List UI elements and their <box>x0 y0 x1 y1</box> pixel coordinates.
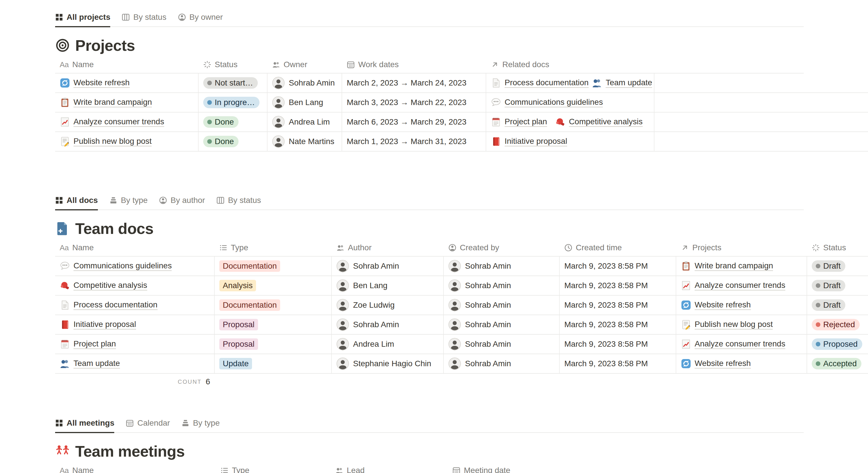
status-pill[interactable]: Proposed <box>812 338 862 350</box>
status-pill[interactable]: Done <box>203 116 239 128</box>
status-pill[interactable]: In progre… <box>203 97 259 108</box>
tab-all-projects[interactable]: All projects <box>55 8 110 27</box>
status-pill[interactable]: Draft <box>812 299 845 311</box>
related-docs-cell[interactable]: Communications guidelines <box>486 93 654 112</box>
related-docs-cell[interactable]: Initiative proposal <box>486 132 654 151</box>
status-pill[interactable]: Draft <box>812 280 845 291</box>
page-link[interactable]: Publish new blog post <box>681 319 773 330</box>
owner-cell[interactable]: Ben Lang <box>268 93 342 112</box>
person-cell[interactable]: Sohrab Amin <box>448 260 511 272</box>
page-link[interactable]: Team update <box>60 358 120 369</box>
page-link[interactable]: Website refresh <box>681 358 751 369</box>
page-link[interactable]: Initiative proposal <box>60 319 136 330</box>
person-cell[interactable]: Nate Martins <box>272 135 334 148</box>
tab-by-status[interactable]: By status <box>216 191 261 209</box>
page-link[interactable]: Communications guidelines <box>491 97 603 107</box>
projects-cell[interactable]: Write brand campaign <box>676 257 807 276</box>
status-pill[interactable]: Accepted <box>812 358 861 369</box>
page-link[interactable]: Initiative proposal <box>491 136 567 147</box>
tab-by-status[interactable]: By status <box>122 8 166 26</box>
person-cell[interactable]: Sohrab Amin <box>336 260 399 272</box>
page-link[interactable]: Website refresh <box>681 300 751 310</box>
created-by-cell[interactable]: Sohrab Amin <box>444 257 560 276</box>
type-cell[interactable]: Analysis <box>215 276 332 295</box>
column-header-work-dates[interactable]: Work dates <box>342 56 486 73</box>
name-cell[interactable]: Competitive analysis <box>55 276 215 295</box>
owner-cell[interactable]: Sohrab Amin <box>268 73 342 92</box>
created-by-cell[interactable]: Sohrab Amin <box>444 335 560 354</box>
type-tag[interactable]: Documentation <box>219 260 280 272</box>
column-header-projects[interactable]: Projects <box>676 240 807 256</box>
created-by-cell[interactable]: Sohrab Amin <box>444 296 560 315</box>
page-link[interactable]: Team update <box>592 78 649 88</box>
person-cell[interactable]: Sohrab Amin <box>448 318 511 331</box>
created-by-cell[interactable]: Sohrab Amin <box>444 276 560 295</box>
page-link[interactable]: Competitive analysis <box>555 117 643 127</box>
person-cell[interactable]: Andrea Lim <box>272 116 330 128</box>
author-cell[interactable]: Ben Lang <box>332 276 444 295</box>
page-link[interactable]: Project plan <box>491 117 547 127</box>
column-header-name[interactable]: AaName <box>55 240 215 256</box>
person-cell[interactable]: Sohrab Amin <box>336 318 399 331</box>
name-cell[interactable]: Website refresh <box>55 73 198 92</box>
type-cell[interactable]: Documentation <box>215 296 332 315</box>
projects-cell[interactable]: Website refresh <box>676 354 807 373</box>
column-header-type[interactable]: Type <box>216 462 331 473</box>
projects-cell[interactable]: Analyze consumer trends <box>676 276 807 295</box>
column-header-status[interactable]: Status <box>807 240 868 256</box>
database-title[interactable]: Team docs <box>55 218 868 240</box>
name-cell[interactable]: Communications guidelines <box>55 257 215 276</box>
work-dates-cell[interactable]: March 2, 2023 → March 24, 2023 <box>342 73 486 92</box>
created-time-cell[interactable]: March 9, 2023 8:58 PM <box>560 276 676 295</box>
page-link[interactable]: Write brand campaign <box>60 97 152 107</box>
empty-cell[interactable] <box>654 93 735 112</box>
created-by-cell[interactable]: Sohrab Amin <box>444 354 560 373</box>
created-time-cell[interactable]: March 9, 2023 8:58 PM <box>560 335 676 354</box>
name-cell[interactable]: Publish new blog post <box>55 132 198 151</box>
work-dates-cell[interactable]: March 3, 2023 → March 22, 2023 <box>342 93 486 112</box>
status-cell[interactable]: Done <box>198 113 268 131</box>
page-link[interactable]: Communications guidelines <box>60 261 172 271</box>
projects-cell[interactable]: Analyze consumer trends <box>676 335 807 354</box>
column-header-status[interactable]: Status <box>198 56 268 73</box>
database-title[interactable]: Team meetings <box>55 440 868 462</box>
created-time-cell[interactable]: March 9, 2023 8:58 PM <box>560 354 676 373</box>
column-header-empty[interactable] <box>654 56 735 73</box>
person-cell[interactable]: Zoe Ludwig <box>336 299 395 311</box>
person-cell[interactable]: Stephanie Hagio Chin <box>336 357 431 370</box>
author-cell[interactable]: Zoe Ludwig <box>332 296 444 315</box>
author-cell[interactable]: Andrea Lim <box>332 335 444 354</box>
type-cell[interactable]: Documentation <box>215 257 332 276</box>
author-cell[interactable]: Stephanie Hagio Chin <box>332 354 444 373</box>
tab-by-author[interactable]: By author <box>159 191 205 209</box>
column-header-name[interactable]: AaName <box>55 56 198 73</box>
tab-all-meetings[interactable]: All meetings <box>55 414 114 433</box>
status-cell[interactable]: Not start… <box>198 73 268 92</box>
status-cell[interactable]: In progre… <box>198 93 268 112</box>
page-link[interactable]: Publish new blog post <box>60 136 152 147</box>
name-cell[interactable]: Team update <box>55 354 215 373</box>
person-cell[interactable]: Ben Lang <box>336 279 388 292</box>
column-header-created-time[interactable]: Created time <box>560 240 676 256</box>
author-cell[interactable]: Sohrab Amin <box>332 257 444 276</box>
empty-cell[interactable] <box>654 132 735 151</box>
page-link[interactable]: Write brand campaign <box>681 261 773 271</box>
status-cell[interactable]: Draft <box>807 276 868 295</box>
created-time-cell[interactable]: March 9, 2023 8:58 PM <box>560 257 676 276</box>
work-dates-cell[interactable]: March 6, 2023 → March 29, 2023 <box>342 113 486 131</box>
person-cell[interactable]: Ben Lang <box>272 96 323 109</box>
type-tag[interactable]: Analysis <box>219 280 256 291</box>
projects-cell[interactable]: Publish new blog post <box>676 315 807 334</box>
projects-cell[interactable]: Website refresh <box>676 296 807 315</box>
type-tag[interactable]: Update <box>219 358 252 369</box>
column-header-type[interactable]: Type <box>215 240 332 256</box>
name-cell[interactable]: Initiative proposal <box>55 315 215 334</box>
page-link[interactable]: Competitive analysis <box>60 280 147 291</box>
type-cell[interactable]: Proposal <box>215 335 332 354</box>
status-cell[interactable]: Draft <box>807 257 868 276</box>
column-header-related-docs[interactable]: Related docs <box>486 56 654 73</box>
person-cell[interactable]: Andrea Lim <box>336 338 394 350</box>
column-header-owner[interactable]: Owner <box>268 56 342 73</box>
person-cell[interactable]: Sohrab Amin <box>448 279 511 292</box>
page-link[interactable]: Analyze consumer trends <box>681 280 785 291</box>
